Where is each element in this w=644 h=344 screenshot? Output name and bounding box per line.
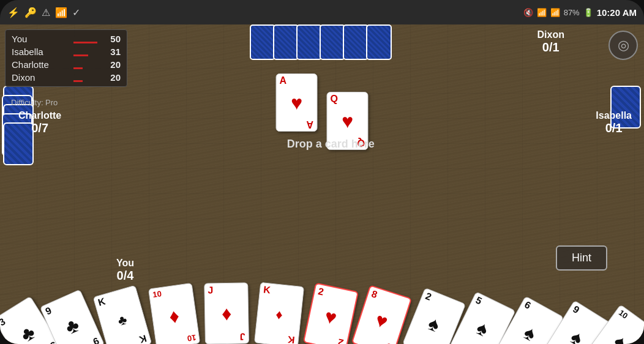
dixon-name: Dixon	[537, 29, 564, 40]
score-panel: You 50 Isabella 31 Charlotte 20	[5, 29, 127, 87]
status-bar: ⚡ 🔑 ⚠ 📶 ✓ 🔇 📶 📶 87% 🔋 10:20 AM	[0, 0, 644, 24]
score-bar-isabella	[73, 48, 100, 56]
game-area: You 50 Isabella 31 Charlotte 20	[0, 24, 644, 344]
isabella-tricks: 0/1	[596, 121, 632, 135]
deck-card-1	[250, 24, 275, 60]
status-icons-right: 🔇 📶 📶 87% 🔋 10:20 AM	[523, 7, 637, 18]
score-value-you: 50	[103, 34, 121, 44]
score-value-isabella: 31	[103, 47, 121, 57]
isabella-name: Isabella	[596, 110, 632, 121]
score-value-charlotte: 20	[103, 59, 121, 70]
score-row-charlotte: Charlotte 20	[12, 59, 121, 70]
hand-card-10d[interactable]: 10 ♦ 10	[148, 283, 200, 344]
difficulty-label: Difficulty: Pro	[11, 98, 58, 107]
score-row-dixon: Dixon 20	[12, 72, 121, 83]
phone-frame: ⚡ 🔑 ⚠ 📶 ✓ 🔇 📶 📶 87% 🔋 10:20 AM You 50	[0, 0, 644, 344]
charlotte-tricks: 0/7	[18, 121, 61, 135]
card-rank-bottom: A	[307, 119, 314, 129]
check-icon: ✓	[72, 7, 80, 18]
score-bar-dixon	[73, 73, 100, 82]
player-name-you: You	[12, 34, 70, 44]
charlotte-name: Charlotte	[18, 110, 61, 121]
player-name-isabella: Isabella	[12, 47, 70, 57]
hand-card-kd[interactable]: K ♦ K	[254, 282, 304, 344]
mute-icon: 🔇	[523, 8, 533, 17]
score-row-isabella: Isabella 31	[12, 47, 121, 57]
score-bar-you	[73, 35, 100, 43]
hand-card-jd[interactable]: J ♦ J	[204, 282, 249, 344]
battery-icon: 🔋	[583, 8, 593, 17]
clock: 10:20 AM	[597, 7, 637, 18]
top-deck	[252, 24, 392, 60]
score-row-you: You 50	[12, 34, 121, 44]
compass-icon: ◎	[618, 37, 629, 53]
player-charlotte: Charlotte 0/7	[18, 110, 61, 135]
hand-area: 3 ♣ 3 9 ♣ 9 K ♣ K 10 ♦ 10	[0, 234, 644, 344]
player-name-charlotte: Charlotte	[12, 59, 70, 70]
deck-card-4	[320, 24, 345, 60]
score-bar-charlotte	[73, 61, 100, 69]
card-rank-top: A	[280, 76, 287, 86]
wifi-off-icon: 📶	[55, 7, 67, 18]
played-card-ace-hearts[interactable]: A ♥ A	[276, 73, 318, 132]
status-icons-left: ⚡ 🔑 ⚠ 📶 ✓	[7, 7, 80, 18]
deck-card-3	[296, 24, 322, 60]
hand-card-8h[interactable]: 8 ♥ 8	[351, 285, 412, 344]
card-rank-top: Q	[331, 94, 338, 104]
player-isabella: Isabella 0/1	[596, 110, 632, 135]
compass-button[interactable]: ◎	[608, 31, 638, 60]
player-dixon: Dixon 0/1	[537, 29, 564, 54]
hand-card-2h[interactable]: 2 ♥ 2	[303, 283, 359, 344]
key-icon: 🔑	[24, 7, 37, 18]
isabella-cards	[607, 86, 644, 196]
score-value-dixon: 20	[103, 72, 121, 83]
dixon-tricks: 0/1	[537, 40, 564, 54]
battery-percent: 87%	[564, 8, 580, 17]
card-suit-center: ♥	[291, 93, 302, 113]
deck-card-2	[273, 24, 299, 60]
deck-card-5	[343, 24, 369, 60]
hand-card-kc[interactable]: K ♣ K	[93, 285, 152, 344]
drop-zone-label: Drop a card here	[287, 138, 375, 150]
card-suit-center: ♥	[342, 111, 353, 131]
signal-icon: 📶	[550, 8, 560, 17]
usb-icon: ⚡	[7, 7, 20, 18]
wifi-icon: 📶	[537, 8, 547, 17]
player-name-dixon: Dixon	[12, 72, 70, 83]
deck-card-6	[366, 24, 392, 60]
warning-icon: ⚠	[42, 7, 50, 18]
drop-zone[interactable]: Drop a card here	[287, 138, 375, 151]
